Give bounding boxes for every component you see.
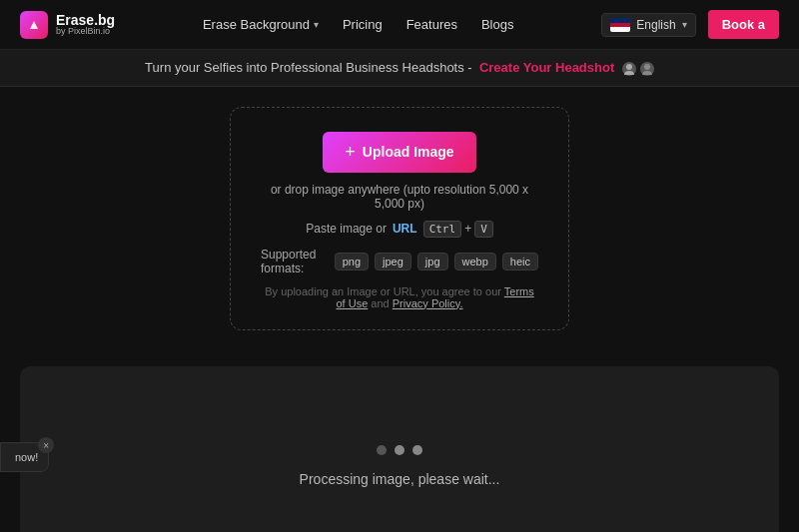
notification-text: now! — [15, 451, 38, 463]
nav-blogs[interactable]: Blogs — [481, 17, 514, 32]
url-label: URL — [393, 222, 417, 236]
v-key: V — [474, 221, 493, 238]
flag-icon — [610, 18, 630, 32]
logo-main: Erase.bg — [56, 13, 115, 27]
promo-banner: Turn your Selfies into Professional Busi… — [0, 50, 799, 87]
ctrl-key: Ctrl — [423, 221, 462, 238]
formats-row: Supported formats: png jpeg jpg webp hei… — [261, 248, 538, 275]
plus-icon: + — [345, 142, 356, 163]
headshot-link[interactable]: Create Your Headshot — [479, 60, 614, 75]
keyboard-shortcut: Ctrl + V — [423, 221, 493, 238]
nav-pricing[interactable]: Pricing — [343, 17, 383, 32]
logo[interactable]: Erase.bg by PixelBin.io — [20, 11, 115, 39]
drop-text: or drop image anywhere (upto resolution … — [261, 183, 538, 211]
dots-loader — [377, 445, 422, 455]
nav-right: English ▾ Book a — [601, 10, 779, 39]
language-selector[interactable]: English ▾ — [601, 13, 695, 37]
person-icon-2 — [640, 62, 654, 76]
terms-text: By uploading an Image or URL, you agree … — [261, 285, 538, 309]
navbar: Erase.bg by PixelBin.io Erase Background… — [0, 0, 799, 50]
person-icon-1 — [622, 62, 636, 76]
format-png: png — [335, 253, 369, 270]
svg-point-0 — [626, 64, 632, 70]
paste-row: Paste image or URL Ctrl + V — [306, 221, 493, 238]
format-jpg: jpg — [417, 253, 448, 270]
banner-icons — [622, 62, 654, 76]
logo-text-group: Erase.bg by PixelBin.io — [56, 13, 115, 36]
logo-sub: by PixelBin.io — [56, 27, 115, 36]
dot-1 — [377, 445, 387, 455]
nav-features[interactable]: Features — [406, 17, 457, 32]
format-jpeg: jpeg — [375, 253, 411, 270]
processing-area: Processing image, please wait... — [20, 366, 779, 532]
upload-section: + Upload Image or drop image anywhere (u… — [0, 87, 799, 350]
upload-box: + Upload Image or drop image anywhere (u… — [230, 107, 569, 330]
notification-bubble: × now! — [0, 442, 49, 472]
logo-icon — [20, 11, 48, 39]
dot-3 — [412, 445, 422, 455]
dot-2 — [395, 445, 404, 455]
processing-text: Processing image, please wait... — [300, 471, 500, 487]
chevron-down-icon: ▾ — [314, 19, 319, 30]
svg-point-1 — [644, 64, 650, 70]
format-heic: heic — [502, 253, 538, 270]
privacy-link[interactable]: Privacy Policy. — [393, 297, 463, 309]
lang-chevron-icon: ▾ — [682, 19, 687, 30]
nav-erase-background[interactable]: Erase Background ▾ — [203, 17, 319, 32]
nav-links: Erase Background ▾ Pricing Features Blog… — [203, 17, 514, 32]
upload-button[interactable]: + Upload Image — [323, 132, 475, 173]
book-button[interactable]: Book a — [708, 10, 779, 39]
format-webp: webp — [454, 253, 496, 270]
